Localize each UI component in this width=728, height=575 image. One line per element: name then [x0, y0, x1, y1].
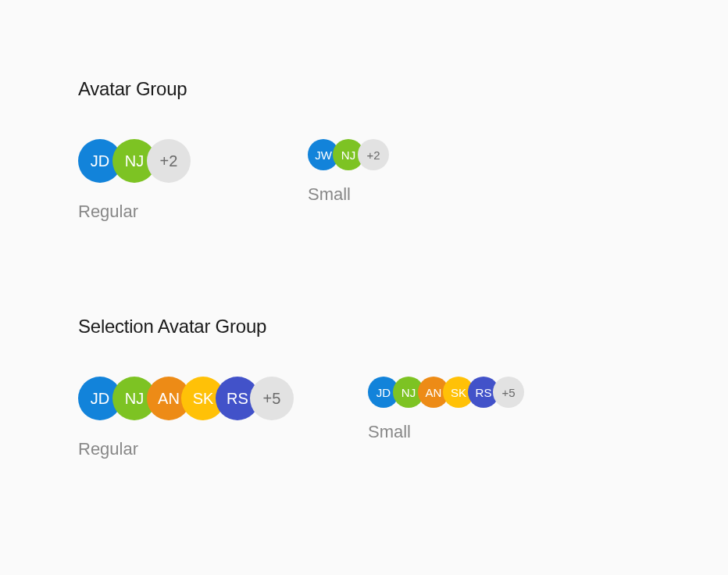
group-label: Regular — [78, 202, 191, 222]
groups-row: JD NJ +2 Regular JW NJ +2 Small — [78, 139, 650, 222]
avatar-overflow[interactable]: +2 — [147, 139, 191, 183]
selection-avatar-group-regular-block: JD NJ AN SK RS +5 Regular — [78, 377, 294, 459]
group-label: Regular — [78, 439, 294, 459]
avatar-group-regular: JD NJ +2 — [78, 139, 191, 183]
group-label: Small — [368, 422, 524, 442]
group-label: Small — [308, 184, 389, 205]
avatar-group-regular-block: JD NJ +2 Regular — [78, 139, 191, 222]
groups-row: JD NJ AN SK RS +5 Regular JD NJ AN SK RS… — [78, 377, 650, 459]
section-title: Selection Avatar Group — [78, 316, 650, 338]
avatar-group-small: JW NJ +2 — [308, 139, 389, 170]
avatar-overflow[interactable]: +5 — [493, 377, 524, 408]
selection-avatar-group-small-block: JD NJ AN SK RS +5 Small — [368, 377, 524, 442]
section-title: Avatar Group — [78, 78, 650, 100]
selection-avatar-group-regular: JD NJ AN SK RS +5 — [78, 377, 294, 420]
avatar-group-section: Avatar Group JD NJ +2 Regular JW NJ +2 S… — [78, 78, 650, 222]
avatar-overflow[interactable]: +5 — [250, 377, 294, 420]
selection-avatar-group-small: JD NJ AN SK RS +5 — [368, 377, 524, 408]
avatar-group-small-block: JW NJ +2 Small — [308, 139, 389, 205]
avatar-overflow[interactable]: +2 — [358, 139, 389, 170]
selection-avatar-group-section: Selection Avatar Group JD NJ AN SK RS +5… — [78, 316, 650, 459]
